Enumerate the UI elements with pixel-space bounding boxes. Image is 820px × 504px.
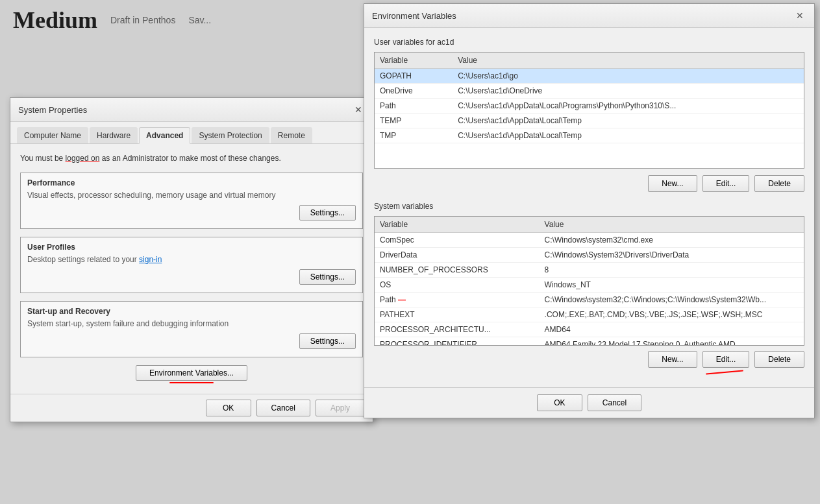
system-props-titlebar: System Properties ✕: [10, 98, 373, 122]
system-var-value: AMD64 Family 23 Model 17 Stepping 0, Aut…: [540, 337, 804, 346]
performance-title: Performance: [27, 178, 356, 187]
user-var-row[interactable]: TEMP C:\Users\ac1d\AppData\Local\Temp: [375, 114, 804, 128]
env-vars-cancel-button[interactable]: Cancel: [588, 394, 641, 411]
user-var-value: C:\Users\ac1d\AppData\Local\Programs\Pyt…: [453, 99, 804, 114]
system-properties-dialog: System Properties ✕ Computer Name Hardwa…: [10, 97, 373, 422]
startup-recovery-section: Start-up and Recovery System start-up, s…: [20, 301, 363, 357]
system-var-name: DriverData: [375, 248, 540, 263]
system-var-row[interactable]: PROCESSOR_ARCHITECTU... AMD64: [375, 322, 804, 337]
system-var-value: .COM;.EXE;.BAT;.CMD;.VBS;.VBE;.JS;.JSE;.…: [540, 307, 804, 322]
system-var-row[interactable]: DriverData C:\Windows\System32\Drivers\D…: [375, 248, 804, 263]
user-var-col-value: Value: [453, 53, 804, 69]
system-var-row[interactable]: NUMBER_OF_PROCESSORS 8: [375, 263, 804, 278]
performance-desc: Visual effects, processor scheduling, me…: [27, 191, 356, 200]
user-vars-delete-button[interactable]: Delete: [754, 175, 804, 192]
system-var-value: Windows_NT: [540, 278, 804, 293]
warning-text: You must be logged on as an Administrato…: [20, 154, 363, 163]
startup-settings-button[interactable]: Settings...: [299, 333, 356, 349]
user-var-value: C:\Users\ac1d\OneDrive: [453, 84, 804, 99]
user-profiles-desc: Desktop settings related to your sign-in: [27, 255, 356, 264]
system-var-value: C:\Windows\system32\cmd.exe: [540, 233, 804, 248]
system-vars-table: Variable Value ComSpec C:\Windows\system…: [375, 217, 804, 346]
user-var-row[interactable]: Path C:\Users\ac1d\AppData\Local\Program…: [375, 99, 804, 114]
performance-settings-button[interactable]: Settings...: [299, 205, 356, 221]
system-var-name: PROCESSOR_ARCHITECTU...: [375, 322, 540, 337]
warning-underline: logged on: [66, 154, 100, 163]
system-var-name: OS: [375, 278, 540, 293]
startup-title: Start-up and Recovery: [27, 307, 356, 316]
env-vars-title: Environment Variables: [372, 11, 456, 21]
environment-variables-dialog: Environment Variables ✕ User variables f…: [364, 3, 815, 418]
user-var-name: Path: [375, 99, 453, 114]
user-var-row[interactable]: GOPATH C:\Users\ac1d\go: [375, 69, 804, 84]
user-var-name: TEMP: [375, 114, 453, 128]
system-vars-edit-wrapper: Edit...: [702, 351, 750, 368]
user-var-value: C:\Users\ac1d\AppData\Local\Temp: [453, 114, 804, 128]
environment-variables-button[interactable]: Environment Variables...: [136, 365, 247, 381]
env-vars-content: User variables for ac1d Variable Value G…: [364, 28, 814, 387]
system-var-name: Path —: [375, 293, 540, 307]
env-vars-ok-button[interactable]: OK: [537, 394, 582, 411]
system-props-content: You must be logged on as an Administrato…: [10, 144, 373, 394]
startup-desc: System start-up, system failure and debu…: [27, 319, 356, 328]
sign-in-link[interactable]: sign-in: [139, 255, 162, 264]
user-profiles-section: User Profiles Desktop settings related t…: [20, 237, 363, 293]
tab-hardware[interactable]: Hardware: [90, 127, 138, 143]
user-vars-edit-button[interactable]: Edit...: [702, 175, 750, 192]
user-var-row[interactable]: TMP C:\Users\ac1d\AppData\Local\Temp: [375, 128, 804, 143]
system-vars-delete-button[interactable]: Delete: [754, 351, 804, 368]
performance-section: Performance Visual effects, processor sc…: [20, 173, 363, 229]
system-vars-table-container[interactable]: Variable Value ComSpec C:\Windows\system…: [374, 216, 804, 346]
user-vars-buttons: New... Edit... Delete: [374, 175, 804, 192]
user-vars-new-button[interactable]: New...: [648, 175, 697, 192]
user-var-name: TMP: [375, 128, 453, 143]
tab-system-protection[interactable]: System Protection: [192, 127, 269, 143]
user-profiles-title: User Profiles: [27, 243, 356, 252]
system-var-row[interactable]: ComSpec C:\Windows\system32\cmd.exe: [375, 233, 804, 248]
system-props-footer: OK Cancel Apply: [10, 394, 373, 422]
system-props-apply-button[interactable]: Apply: [316, 400, 365, 416]
system-props-tabs: Computer Name Hardware Advanced System P…: [10, 122, 373, 144]
system-var-value: AMD64: [540, 322, 804, 337]
user-profiles-settings-button[interactable]: Settings...: [299, 269, 356, 285]
user-var-row[interactable]: OneDrive C:\Users\ac1d\OneDrive: [375, 84, 804, 99]
user-var-name: GOPATH: [375, 69, 453, 84]
system-var-value: C:\Windows\System32\Drivers\DriverData: [540, 248, 804, 263]
system-var-col-variable: Variable: [375, 217, 540, 233]
system-props-ok-button[interactable]: OK: [206, 400, 251, 416]
system-props-title: System Properties: [18, 105, 87, 115]
system-var-row[interactable]: PATHEXT .COM;.EXE;.BAT;.CMD;.VBS;.VBE;.J…: [375, 307, 804, 322]
tab-advanced[interactable]: Advanced: [139, 127, 190, 144]
user-var-value: C:\Users\ac1d\AppData\Local\Temp: [453, 128, 804, 143]
user-var-value: C:\Users\ac1d\go: [453, 69, 804, 84]
user-var-col-variable: Variable: [375, 53, 453, 69]
system-var-name: PATHEXT: [375, 307, 540, 322]
system-var-name: PROCESSOR_IDENTIFIER: [375, 337, 540, 346]
system-var-row[interactable]: PROCESSOR_IDENTIFIER AMD64 Family 23 Mod…: [375, 337, 804, 346]
tab-remote[interactable]: Remote: [271, 127, 312, 143]
tab-computer-name[interactable]: Computer Name: [17, 127, 88, 143]
path-indicator: —: [398, 295, 406, 304]
system-var-value: 8: [540, 263, 804, 278]
system-vars-new-button[interactable]: New...: [648, 351, 697, 368]
system-var-row[interactable]: Path — C:\Windows\system32;C:\Windows;C:…: [375, 293, 804, 307]
env-vars-titlebar: Environment Variables ✕: [364, 4, 814, 28]
user-vars-table: Variable Value GOPATH C:\Users\ac1d\go O…: [375, 53, 804, 143]
user-vars-section-title: User variables for ac1d: [374, 38, 804, 47]
user-vars-table-container: Variable Value GOPATH C:\Users\ac1d\go O…: [374, 52, 804, 169]
system-var-col-value: Value: [540, 217, 804, 233]
system-var-name: ComSpec: [375, 233, 540, 248]
env-vars-footer: OK Cancel: [364, 387, 814, 418]
system-var-name: NUMBER_OF_PROCESSORS: [375, 263, 540, 278]
system-vars-buttons: New... Edit... Delete: [374, 351, 804, 368]
system-var-value: C:\Windows\system32;C:\Windows;C:\Window…: [540, 293, 804, 307]
user-var-name: OneDrive: [375, 84, 453, 99]
env-vars-close-button[interactable]: ✕: [793, 9, 806, 22]
system-props-cancel-button[interactable]: Cancel: [256, 400, 310, 416]
system-var-row[interactable]: OS Windows_NT: [375, 278, 804, 293]
system-vars-section-title: System variables: [374, 202, 804, 211]
system-props-close-button[interactable]: ✕: [352, 103, 365, 116]
system-vars-edit-button[interactable]: Edit...: [702, 351, 750, 368]
